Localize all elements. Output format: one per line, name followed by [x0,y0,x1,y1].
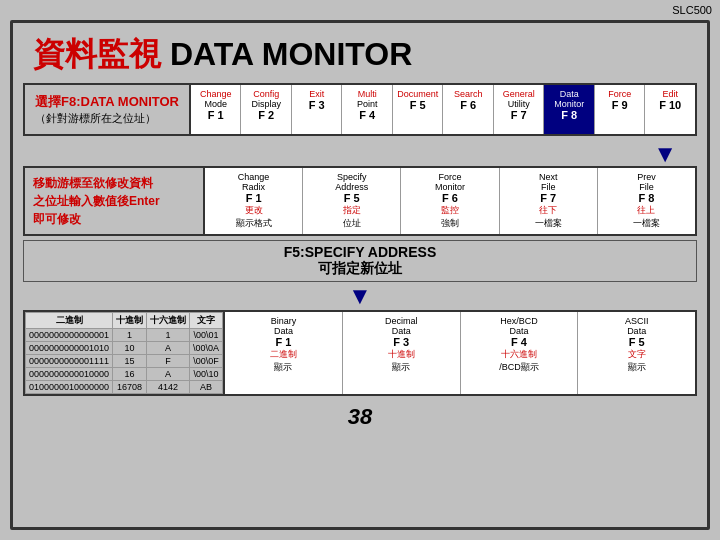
f5-line2: 可指定新位址 [27,260,693,278]
menu-item-f10[interactable]: Edit F 10 [645,85,695,134]
menu-item-f7[interactable]: General Utility F 7 [494,85,545,134]
col-binary: 二進制 [26,313,113,329]
cell-decimal: 10 [113,342,147,355]
f5-description: F5:SPECIFY ADDRESS 可指定新位址 [23,240,697,282]
menu-item-f2[interactable]: Config Display F 2 [241,85,292,134]
menu-item-f8[interactable]: Data Monitor F 8 [544,85,595,134]
cell-hex: 1 [147,329,190,342]
section1-label: 選擇F8:DATA MONITOR （針對游標所在之位址） [25,85,191,134]
cell-hex: A [147,368,190,381]
cell-decimal: 1 [113,329,147,342]
col-decimal: 十進制 [113,313,147,329]
section2-text3: 即可修改 [33,210,195,228]
col-hex: 十六進制 [147,313,190,329]
cell-text: \00\0F [190,355,223,368]
cell-text: \00\0A [190,342,223,355]
section2-text1: 移動游標至欲修改資料 [33,174,195,192]
binary-table: 二進制 十進制 十六進制 文字 0000000000000001 1 1 \00… [25,312,223,394]
f5-line1: F5:SPECIFY ADDRESS [27,244,693,260]
cell-text: \00\01 [190,329,223,342]
cell-decimal: 15 [113,355,147,368]
cell-decimal: 16 [113,368,147,381]
main-container: 資料監視 DATA MONITOR 選擇F8:DATA MONITOR （針對游… [10,20,710,530]
cell-text: AB [190,381,223,394]
menu-item-f1[interactable]: Change Mode F 1 [191,85,242,134]
cell-text: \00\10 [190,368,223,381]
menu-item-f6[interactable]: Search F 6 [443,85,494,134]
menu2-item-f1[interactable]: Change Radix F 1 更改 顯示格式 [205,168,303,234]
cell-binary: 0000000000001010 [26,342,113,355]
section1-label-line2: （針對游標所在之位址） [35,111,179,126]
section3-panel: 二進制 十進制 十六進制 文字 0000000000000001 1 1 \00… [23,310,697,396]
menu2-item-f6[interactable]: Force Monitor F 6 監控 強制 [401,168,499,234]
page-number: 38 [13,400,707,434]
section2-label: 移動游標至欲修改資料 之位址輸入數值後Enter 即可修改 [25,168,205,234]
menu3-item-f4[interactable]: Hex/BCD Data F 4 十六進制 /BCD顯示 [461,312,579,394]
cell-binary: 0000000000010000 [26,368,113,381]
cell-hex: 4142 [147,381,190,394]
cell-decimal: 16708 [113,381,147,394]
cell-hex: A [147,342,190,355]
cell-binary: 0000000000000001 [26,329,113,342]
app-title: SLC500 [672,4,712,16]
menu-item-f9[interactable]: Force F 9 [595,85,646,134]
section1-label-line1: 選擇F8:DATA MONITOR [35,93,179,111]
table-row: 0000000000001111 15 F \00\0F [26,355,223,368]
section1-menu: Change Mode F 1 Config Display F 2 Exit … [191,85,695,134]
english-title: DATA MONITOR [170,36,412,72]
arrow-down-2: ▼ [13,284,707,308]
menu-item-f5-doc[interactable]: Document F 5 [393,85,444,134]
chinese-title: 資料監視 [33,36,161,72]
section2-text2: 之位址輸入數值後Enter [33,192,195,210]
table-row: 0000000000010000 16 A \00\10 [26,368,223,381]
table-row: 0000000000001010 10 A \00\0A [26,342,223,355]
menu-item-f3[interactable]: Exit F 3 [292,85,343,134]
menu-item-f4[interactable]: Multi Point F 4 [342,85,393,134]
col-text: 文字 [190,313,223,329]
binary-table-container: 二進制 十進制 十六進制 文字 0000000000000001 1 1 \00… [25,312,225,394]
page-title: 資料監視 DATA MONITOR [13,23,707,83]
table-row: 0100000010000000 16708 4142 AB [26,381,223,394]
menu2-item-f7[interactable]: Next File F 7 往下 一檔案 [500,168,598,234]
arrow-down-1: ▼ [13,142,707,166]
menu3-item-f3[interactable]: Decimal Data F 3 十進制 顯示 [343,312,461,394]
menu3-item-f5[interactable]: ASCII Data F 5 文字 顯示 [578,312,695,394]
section2-menu: Change Radix F 1 更改 顯示格式 Specify Address… [205,168,695,234]
menu2-item-f8[interactable]: Prev File F 8 往上 一檔案 [598,168,695,234]
section2-panel: 移動游標至欲修改資料 之位址輸入數值後Enter 即可修改 Change Rad… [23,166,697,236]
cell-binary: 0100000010000000 [26,381,113,394]
menu2-item-f5[interactable]: Specify Address F 5 指定 位址 [303,168,401,234]
cell-binary: 0000000000001111 [26,355,113,368]
section3-menu: Binary Data F 1 二進制 顯示 Decimal Data F 3 … [225,312,695,394]
section1-panel: 選擇F8:DATA MONITOR （針對游標所在之位址） Change Mod… [23,83,697,136]
cell-hex: F [147,355,190,368]
menu3-item-f1[interactable]: Binary Data F 1 二進制 顯示 [225,312,343,394]
table-row: 0000000000000001 1 1 \00\01 [26,329,223,342]
